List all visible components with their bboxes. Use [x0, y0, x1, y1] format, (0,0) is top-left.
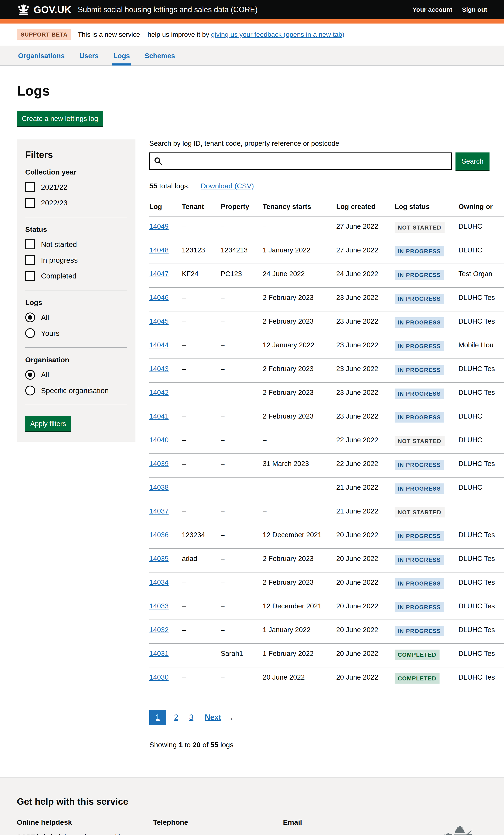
option-label: Completed: [41, 272, 77, 280]
radio-all[interactable]: [25, 312, 35, 322]
nav-item-schemes[interactable]: Schemes: [143, 45, 176, 65]
cell-owning-organisation: Mobile Hou: [459, 335, 504, 359]
filter-group-heading: Collection year: [25, 168, 127, 176]
table-row: 14036123234–12 December 202120 June 2022…: [149, 525, 504, 549]
checkbox-2022-23[interactable]: [25, 198, 35, 208]
summary-mid2: of: [201, 741, 210, 749]
cell-tenancy-starts: 2 February 2023: [263, 572, 336, 596]
log-link-14046[interactable]: 14046: [149, 293, 169, 301]
cell-tenancy-starts: 2 February 2023: [263, 549, 336, 572]
log-link-14049[interactable]: 14049: [149, 222, 169, 230]
log-link-14031[interactable]: 14031: [149, 650, 169, 657]
checkbox-completed[interactable]: [25, 271, 35, 281]
log-link-14030[interactable]: 14030: [149, 673, 169, 681]
log-link-14037[interactable]: 14037: [149, 507, 169, 515]
next-arrow-icon[interactable]: →: [225, 712, 234, 722]
log-link-14045[interactable]: 14045: [149, 317, 169, 325]
option-label: 2021/22: [41, 183, 68, 191]
table-row: 14040–––22 June 2022NOT STARTEDDLUHC: [149, 430, 504, 454]
govuk-logo[interactable]: GOV.UK: [17, 4, 72, 15]
cell-tenancy-starts: 20 June 2022: [263, 667, 336, 691]
log-link-14044[interactable]: 14044: [149, 341, 169, 349]
next-page-link[interactable]: Next: [205, 713, 221, 722]
radio-all[interactable]: [25, 370, 35, 380]
nav-item-organisations[interactable]: Organisations: [17, 45, 66, 65]
column-header-tenancy-starts: Tenancy starts: [263, 199, 336, 216]
core-helpdesk-link[interactable]: CORE helpdesk (opens in a new tab): [17, 833, 121, 835]
page-link-3[interactable]: 3: [186, 710, 196, 725]
main-content: Logs Create a new lettings log Filters C…: [0, 65, 504, 777]
feedback-link[interactable]: giving us your feedback (opens in a new …: [211, 30, 344, 38]
filter-group-status: StatusNot startedIn progressCompleted: [25, 225, 127, 281]
cell-tenant: –: [182, 501, 221, 525]
log-link-14034[interactable]: 14034: [149, 578, 169, 586]
cell-log: 14030: [149, 667, 182, 691]
cell-log: 14036: [149, 525, 182, 549]
service-name-link[interactable]: Submit social housing lettings and sales…: [78, 5, 258, 14]
table-row: 14032––1 January 202220 June 2022IN PROG…: [149, 620, 504, 644]
table-row: 14031–Sarah11 February 202220 June 2022C…: [149, 644, 504, 667]
site-header: GOV.UK Submit social housing lettings an…: [0, 0, 504, 23]
email-link[interactable]: dluhc.digital-services@levellingup.gov.u…: [283, 834, 398, 835]
sign-out-link[interactable]: Sign out: [462, 6, 487, 13]
nav-item-users[interactable]: Users: [78, 45, 100, 65]
log-link-14047[interactable]: 14047: [149, 270, 169, 278]
cell-property: –: [221, 620, 263, 644]
log-link-14035[interactable]: 14035: [149, 555, 169, 563]
search-input[interactable]: [165, 157, 447, 165]
log-link-14038[interactable]: 14038: [149, 484, 169, 491]
cell-property: –: [221, 549, 263, 572]
create-lettings-log-button[interactable]: Create a new lettings log: [17, 111, 103, 126]
log-link-14048[interactable]: 14048: [149, 246, 169, 254]
cell-property: Sarah1: [221, 644, 263, 667]
log-link-14032[interactable]: 14032: [149, 626, 169, 634]
filter-option: Not started: [25, 239, 127, 249]
cell-log: 14034: [149, 572, 182, 596]
cell-tenancy-starts: 2 February 2023: [263, 383, 336, 406]
download-csv-link[interactable]: Download (CSV): [201, 182, 254, 190]
phase-banner-message: This is a new service – help us improve …: [78, 30, 209, 38]
radio-yours[interactable]: [25, 328, 35, 338]
log-link-14041[interactable]: 14041: [149, 412, 169, 420]
cell-tenancy-starts: –: [263, 477, 336, 501]
apply-filters-button[interactable]: Apply filters: [25, 416, 71, 431]
checkbox-2021-22[interactable]: [25, 182, 35, 192]
log-link-14040[interactable]: 14040: [149, 436, 169, 444]
cell-owning-organisation: DLUHC Tes: [459, 359, 504, 383]
log-link-14033[interactable]: 14033: [149, 602, 169, 610]
cell-log: 14040: [149, 430, 182, 454]
cell-log: 14049: [149, 216, 182, 240]
status-tag: IN PROGRESS: [395, 531, 444, 541]
checkbox-in-progress[interactable]: [25, 255, 35, 265]
site-footer: Get help with this service Online helpde…: [0, 777, 504, 835]
cell-log-created: 22 June 2022: [336, 454, 395, 477]
phase-banner: SUPPORT BETA This is a new service – hel…: [0, 23, 504, 45]
cell-owning-organisation: DLUHC: [459, 406, 504, 430]
cell-log-created: 23 June 2022: [336, 359, 395, 383]
cell-log: 14035: [149, 549, 182, 572]
log-link-14042[interactable]: 14042: [149, 388, 169, 396]
footer-email-column: Email dluhc.digital-services@levellingup…: [283, 818, 431, 835]
status-tag: IN PROGRESS: [395, 412, 444, 423]
cell-tenant: 123234: [182, 525, 221, 549]
checkbox-not-started[interactable]: [25, 239, 35, 249]
cell-tenancy-starts: 1 January 2022: [263, 620, 336, 644]
table-row: 14034––2 February 202320 June 2022IN PRO…: [149, 572, 504, 596]
table-row: 14039––31 March 202322 June 2022IN PROGR…: [149, 454, 504, 477]
log-link-14043[interactable]: 14043: [149, 365, 169, 372]
radio-specific-organisation[interactable]: [25, 386, 35, 395]
log-link-14039[interactable]: 14039: [149, 460, 169, 467]
log-table-body: 14049–––27 June 2022NOT STARTEDDLUHC1404…: [149, 216, 504, 691]
your-account-link[interactable]: Your account: [412, 6, 452, 13]
log-link-14036[interactable]: 14036: [149, 531, 169, 539]
filter-option: All: [25, 370, 127, 380]
page-current[interactable]: 1: [149, 710, 166, 725]
column-header-owning-or: Owning or: [459, 199, 504, 216]
column-header-log: Log: [149, 199, 182, 216]
cell-owning-organisation: DLUHC Tes: [459, 667, 504, 691]
search-button[interactable]: Search: [456, 152, 489, 170]
page-link-2[interactable]: 2: [171, 710, 181, 725]
cell-tenant: –: [182, 383, 221, 406]
nav-item-logs[interactable]: Logs: [112, 45, 131, 65]
footer-title: Get help with this service: [17, 796, 487, 807]
